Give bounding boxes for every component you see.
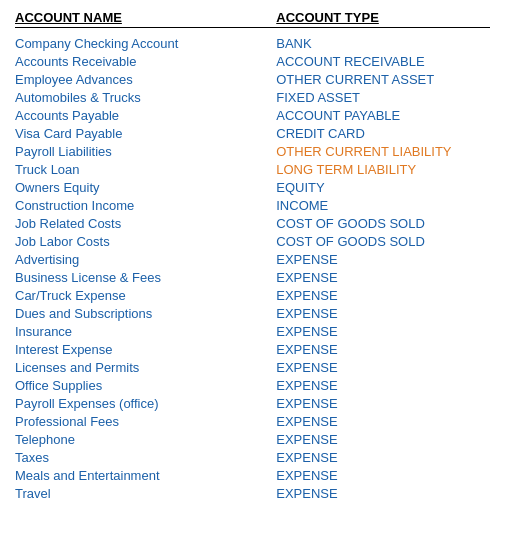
- account-type-cell: EXPENSE: [276, 270, 490, 285]
- table-row: Meals and EntertainmentEXPENSE: [15, 466, 490, 484]
- table-row: Dues and SubscriptionsEXPENSE: [15, 304, 490, 322]
- table-row: Truck LoanLONG TERM LIABILITY: [15, 160, 490, 178]
- account-name-cell[interactable]: Visa Card Payable: [15, 126, 276, 141]
- table-row: Accounts ReceivableACCOUNT RECEIVABLE: [15, 52, 490, 70]
- table-row: TaxesEXPENSE: [15, 448, 490, 466]
- account-name-cell[interactable]: Business License & Fees: [15, 270, 276, 285]
- account-name-cell[interactable]: Licenses and Permits: [15, 360, 276, 375]
- account-name-cell[interactable]: Construction Income: [15, 198, 276, 213]
- account-name-cell[interactable]: Job Labor Costs: [15, 234, 276, 249]
- account-type-cell: EXPENSE: [276, 468, 490, 483]
- account-name-cell[interactable]: Taxes: [15, 450, 276, 465]
- account-type-cell: COST OF GOODS SOLD: [276, 216, 490, 231]
- account-name-cell[interactable]: Insurance: [15, 324, 276, 339]
- table-row: AdvertisingEXPENSE: [15, 250, 490, 268]
- account-name-cell[interactable]: Automobiles & Trucks: [15, 90, 276, 105]
- account-type-cell: EXPENSE: [276, 450, 490, 465]
- account-name-cell[interactable]: Travel: [15, 486, 276, 501]
- table-row: Car/Truck ExpenseEXPENSE: [15, 286, 490, 304]
- account-type-cell: EXPENSE: [276, 486, 490, 501]
- table-row: Office SuppliesEXPENSE: [15, 376, 490, 394]
- table-row: InsuranceEXPENSE: [15, 322, 490, 340]
- account-type-cell: FIXED ASSET: [276, 90, 490, 105]
- table-row: Business License & FeesEXPENSE: [15, 268, 490, 286]
- table-row: Company Checking AccountBANK: [15, 34, 490, 52]
- table-row: Automobiles & TrucksFIXED ASSET: [15, 88, 490, 106]
- account-name-cell[interactable]: Professional Fees: [15, 414, 276, 429]
- table-row: Licenses and PermitsEXPENSE: [15, 358, 490, 376]
- account-name-cell[interactable]: Car/Truck Expense: [15, 288, 276, 303]
- table-row: TravelEXPENSE: [15, 484, 490, 502]
- account-name-cell[interactable]: Payroll Liabilities: [15, 144, 276, 159]
- account-name-cell[interactable]: Job Related Costs: [15, 216, 276, 231]
- account-type-cell: ACCOUNT RECEIVABLE: [276, 54, 490, 69]
- accounts-table: ACCOUNT NAME ACCOUNT TYPE Company Checki…: [15, 10, 490, 502]
- table-row: Owners EquityEQUITY: [15, 178, 490, 196]
- account-name-cell[interactable]: Interest Expense: [15, 342, 276, 357]
- account-type-cell: EXPENSE: [276, 324, 490, 339]
- account-name-header: ACCOUNT NAME: [15, 10, 122, 25]
- account-type-cell: EXPENSE: [276, 378, 490, 393]
- table-row: Job Related CostsCOST OF GOODS SOLD: [15, 214, 490, 232]
- table-row: Professional FeesEXPENSE: [15, 412, 490, 430]
- table-row: Employee AdvancesOTHER CURRENT ASSET: [15, 70, 490, 88]
- table-row: Payroll LiabilitiesOTHER CURRENT LIABILI…: [15, 142, 490, 160]
- table-row: Accounts PayableACCOUNT PAYABLE: [15, 106, 490, 124]
- account-type-cell: EXPENSE: [276, 396, 490, 411]
- account-type-cell: EXPENSE: [276, 252, 490, 267]
- account-name-cell[interactable]: Dues and Subscriptions: [15, 306, 276, 321]
- table-row: Visa Card PayableCREDIT CARD: [15, 124, 490, 142]
- table-row: Payroll Expenses (office)EXPENSE: [15, 394, 490, 412]
- table-row: Construction IncomeINCOME: [15, 196, 490, 214]
- account-name-cell[interactable]: Accounts Payable: [15, 108, 276, 123]
- account-name-cell[interactable]: Meals and Entertainment: [15, 468, 276, 483]
- account-type-cell: EQUITY: [276, 180, 490, 195]
- account-type-cell: EXPENSE: [276, 288, 490, 303]
- table-row: Job Labor CostsCOST OF GOODS SOLD: [15, 232, 490, 250]
- account-name-cell[interactable]: Owners Equity: [15, 180, 276, 195]
- account-type-cell: ACCOUNT PAYABLE: [276, 108, 490, 123]
- account-name-cell[interactable]: Telephone: [15, 432, 276, 447]
- account-name-cell[interactable]: Truck Loan: [15, 162, 276, 177]
- account-type-cell: INCOME: [276, 198, 490, 213]
- account-type-cell: EXPENSE: [276, 306, 490, 321]
- account-type-cell: COST OF GOODS SOLD: [276, 234, 490, 249]
- table-body: Company Checking AccountBANKAccounts Rec…: [15, 34, 490, 502]
- account-name-cell[interactable]: Employee Advances: [15, 72, 276, 87]
- account-type-header: ACCOUNT TYPE: [276, 10, 379, 25]
- account-type-cell: EXPENSE: [276, 360, 490, 375]
- account-type-cell: OTHER CURRENT ASSET: [276, 72, 490, 87]
- account-type-cell: LONG TERM LIABILITY: [276, 162, 490, 177]
- account-name-cell[interactable]: Office Supplies: [15, 378, 276, 393]
- account-name-cell[interactable]: Payroll Expenses (office): [15, 396, 276, 411]
- account-type-cell: OTHER CURRENT LIABILITY: [276, 144, 490, 159]
- account-type-cell: EXPENSE: [276, 414, 490, 429]
- table-row: TelephoneEXPENSE: [15, 430, 490, 448]
- table-row: Interest ExpenseEXPENSE: [15, 340, 490, 358]
- table-header: ACCOUNT NAME ACCOUNT TYPE: [15, 10, 490, 28]
- account-type-cell: CREDIT CARD: [276, 126, 490, 141]
- account-type-cell: EXPENSE: [276, 432, 490, 447]
- account-name-cell[interactable]: Accounts Receivable: [15, 54, 276, 69]
- account-name-cell[interactable]: Advertising: [15, 252, 276, 267]
- account-type-cell: EXPENSE: [276, 342, 490, 357]
- account-name-cell[interactable]: Company Checking Account: [15, 36, 276, 51]
- account-type-cell: BANK: [276, 36, 490, 51]
